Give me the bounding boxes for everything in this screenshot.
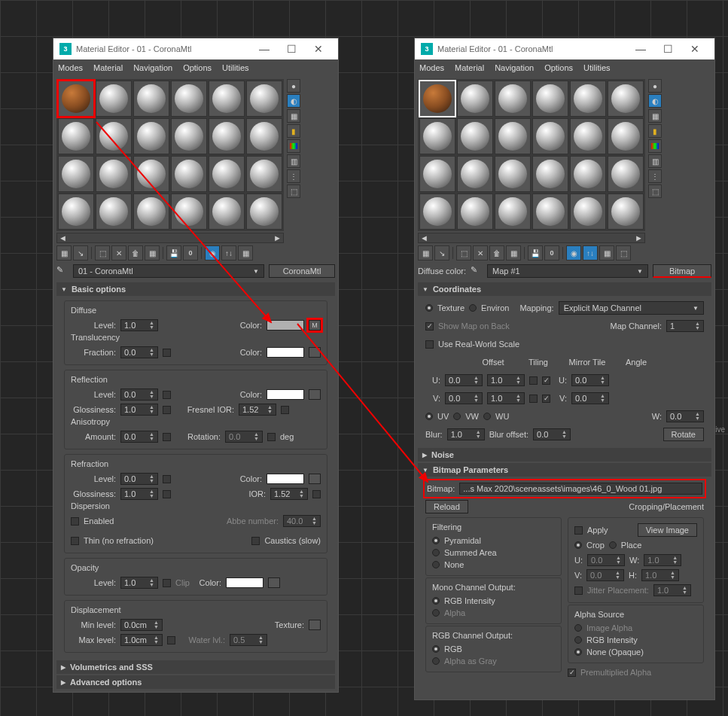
refraction-map-button[interactable] — [309, 474, 321, 484]
premult-checkbox[interactable] — [568, 669, 576, 677]
u-tile-checkbox[interactable] — [542, 376, 550, 385]
material-slot[interactable] — [58, 81, 94, 117]
menu-options[interactable]: Options — [544, 63, 573, 72]
u-offset-spinner[interactable]: 0.0▲▼ — [445, 374, 483, 386]
show-map-icon[interactable]: ▦ — [506, 245, 521, 261]
slots-scrollbar[interactable]: ◄► — [418, 233, 645, 243]
disp-min-spinner[interactable]: 0.0cm▲▼ — [120, 619, 163, 631]
none-radio[interactable] — [432, 561, 440, 568]
rollout-basic-options[interactable]: ▼Basic options — [56, 282, 335, 296]
slots-scrollbar[interactable]: ◄► — [56, 233, 284, 243]
material-slot[interactable] — [457, 81, 493, 117]
uv-radio[interactable] — [425, 413, 433, 420]
options-icon[interactable]: ⋮ — [648, 169, 662, 183]
abbe-spinner[interactable]: 40.0▲▼ — [283, 515, 321, 527]
material-slot[interactable] — [96, 81, 132, 117]
select-by-material-icon[interactable]: ⬚ — [648, 184, 662, 198]
video-color-icon[interactable] — [648, 139, 662, 153]
material-slot[interactable] — [608, 193, 644, 230]
material-slot[interactable] — [419, 156, 455, 192]
rollout-volumetrics[interactable]: ▶Volumetrics and SSS — [56, 660, 335, 674]
assign-material-icon[interactable]: ⬚ — [95, 245, 110, 261]
jitter-spinner[interactable]: 1.0▲▼ — [653, 584, 691, 596]
save-icon[interactable]: 💾 — [528, 245, 543, 261]
material-slot[interactable] — [209, 156, 245, 192]
rollout-coordinates[interactable]: ▼Coordinates — [418, 282, 711, 296]
place-radio[interactable] — [609, 541, 617, 549]
aniso-checkbox[interactable] — [163, 433, 171, 441]
refraction-ior-spinner[interactable]: 1.52▲▼ — [270, 488, 308, 500]
material-slot[interactable] — [495, 156, 531, 192]
rollout-noise[interactable]: ▶Noise — [418, 448, 711, 462]
diffuse-color-swatch[interactable] — [267, 320, 304, 331]
none-opaque-radio[interactable] — [574, 648, 582, 656]
wu-radio[interactable] — [483, 413, 491, 420]
v-mirror-checkbox[interactable] — [529, 395, 538, 403]
close-button[interactable]: ✕ — [681, 43, 708, 55]
material-slot[interactable] — [419, 193, 455, 230]
material-slot[interactable] — [495, 118, 531, 154]
u-angle-spinner[interactable]: 0.0▲▼ — [571, 374, 609, 386]
material-slot[interactable] — [171, 118, 207, 154]
map-type-button[interactable]: Bitmap — [653, 264, 711, 278]
minimize-button[interactable]: — — [627, 43, 654, 55]
ior-checkbox[interactable] — [312, 490, 321, 498]
material-slot[interactable] — [570, 193, 606, 230]
titlebar[interactable]: 3 Material Editor - 01 - CoronaMtl — ☐ ✕ — [415, 38, 714, 59]
sample-type-icon[interactable]: ● — [648, 79, 662, 93]
show-map-icon[interactable]: ▦ — [145, 245, 160, 261]
options-icon[interactable]: ⋮ — [287, 169, 300, 183]
diffuse-map-button[interactable]: M — [309, 320, 321, 331]
fresnel-checkbox[interactable] — [281, 406, 289, 414]
material-slot[interactable] — [209, 118, 245, 154]
material-slot[interactable] — [96, 118, 132, 154]
preview-icon[interactable]: ▥ — [648, 154, 662, 168]
diffuse-level-spinner[interactable]: 1.0▲▼ — [120, 319, 158, 331]
real-world-checkbox[interactable] — [425, 340, 434, 349]
material-slot[interactable] — [171, 156, 207, 192]
material-slot[interactable] — [457, 193, 493, 230]
menu-utilities[interactable]: Utilities — [583, 63, 610, 72]
refraction-gloss-spinner[interactable]: 1.0▲▼ — [120, 488, 158, 500]
go-forward-icon[interactable]: ▦ — [599, 245, 614, 261]
reflection-gloss-spinner[interactable]: 1.0▲▼ — [120, 404, 158, 416]
refr-gloss-checkbox[interactable] — [163, 490, 171, 498]
v-angle-spinner[interactable]: 0.0▲▼ — [571, 392, 609, 404]
eyedropper-icon[interactable]: ✎ — [471, 265, 483, 277]
translucency-map-button[interactable] — [309, 347, 321, 358]
refraction-color-swatch[interactable] — [267, 474, 304, 484]
menu-utilities[interactable]: Utilities — [222, 63, 248, 72]
close-button[interactable]: ✕ — [305, 43, 332, 55]
material-slot[interactable] — [133, 156, 169, 192]
assign-material-icon[interactable]: ⬚ — [456, 245, 471, 261]
material-slot[interactable] — [608, 156, 644, 192]
extra-icon[interactable]: ⬚ — [616, 245, 631, 261]
rotate-button[interactable]: Rotate — [663, 428, 704, 441]
gloss-checkbox[interactable] — [163, 406, 171, 414]
show-map-checkbox[interactable] — [425, 322, 434, 331]
dispersion-enabled-checkbox[interactable] — [71, 517, 79, 526]
image-alpha-radio[interactable] — [574, 624, 582, 632]
material-slot[interactable] — [532, 193, 568, 230]
minimize-button[interactable]: — — [251, 43, 278, 55]
crop-v-spinner[interactable]: 0.0▲▼ — [586, 569, 624, 581]
crop-h-spinner[interactable]: 1.0▲▼ — [641, 569, 679, 581]
apply-checkbox[interactable] — [574, 526, 583, 535]
rollout-advanced[interactable]: ▶Advanced options — [56, 675, 335, 689]
thin-checkbox[interactable] — [71, 537, 79, 545]
select-by-material-icon[interactable]: ⬚ — [287, 184, 300, 198]
reset-icon[interactable]: ✕ — [473, 245, 488, 261]
material-slot[interactable] — [570, 118, 606, 154]
crop-radio[interactable] — [574, 541, 582, 549]
delete-icon[interactable]: 🗑 — [489, 245, 504, 261]
crop-u-spinner[interactable]: 0.0▲▼ — [587, 554, 625, 566]
material-slot[interactable] — [570, 81, 606, 117]
background-icon[interactable]: ▦ — [287, 109, 300, 123]
texture-radio[interactable] — [425, 304, 433, 312]
alpha-gray-radio[interactable] — [432, 657, 440, 665]
aniso-rotation-spinner[interactable]: 0.0▲▼ — [225, 431, 263, 443]
material-slot[interactable] — [246, 81, 282, 117]
backlight-icon[interactable]: ◐ — [287, 94, 300, 108]
refraction-checkbox[interactable] — [163, 475, 171, 483]
menu-modes[interactable]: Modes — [419, 63, 444, 72]
